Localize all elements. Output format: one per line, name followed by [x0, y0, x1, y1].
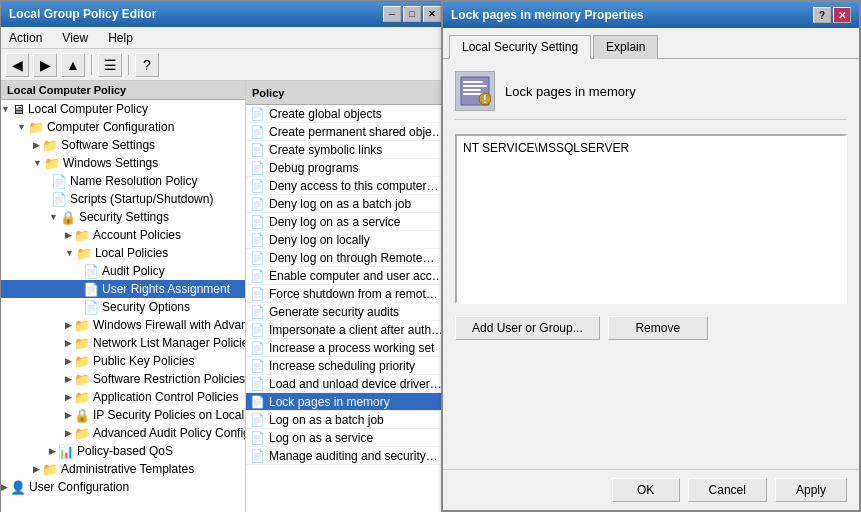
policy-row-increase-working-set[interactable]: 📄 Increase a process working set: [246, 339, 449, 357]
expand-arrow[interactable]: ▼: [1, 104, 10, 114]
tab-local-security[interactable]: Local Security Setting: [449, 35, 591, 59]
minimize-button[interactable]: ─: [383, 6, 401, 22]
policy-row-create-global[interactable]: 📄 Create global objects: [246, 105, 449, 123]
policy-row-force-shutdown[interactable]: 📄 Force shutdown from a remot…: [246, 285, 449, 303]
tree-item-user-rights[interactable]: 📄 User Rights Assignment: [1, 280, 245, 298]
tree-item-security-options[interactable]: 📄 Security Options: [1, 298, 245, 316]
apply-button[interactable]: Apply: [775, 478, 847, 502]
expand-arrow[interactable]: ▶: [65, 428, 72, 438]
tree-label: Advanced Audit Policy Config…: [93, 426, 246, 440]
policy-name: Debug programs: [269, 161, 358, 175]
menu-action[interactable]: Action: [5, 29, 46, 47]
tree-icon: 📁: [74, 354, 90, 369]
cancel-button[interactable]: Cancel: [688, 478, 767, 502]
properties-dialog: Lock pages in memory Properties ? ✕ Loca…: [441, 0, 861, 512]
policy-name: Force shutdown from a remot…: [269, 287, 438, 301]
expand-arrow[interactable]: ▶: [65, 230, 72, 240]
tree-icon: 🖥: [12, 102, 25, 117]
tree-item-scripts[interactable]: 📄 Scripts (Startup/Shutdown): [1, 190, 245, 208]
policy-name: Create permanent shared obje…: [269, 125, 444, 139]
policy-name: Manage auditing and security…: [269, 449, 438, 463]
policy-row-deny-remote[interactable]: 📄 Deny log on through Remote…: [246, 249, 449, 267]
policy-row-enable-computer[interactable]: 📄 Enable computer and user acc…: [246, 267, 449, 285]
policy-icon: 📄: [250, 161, 265, 175]
expand-arrow[interactable]: ▶: [49, 446, 56, 456]
tree-item-audit-policy[interactable]: 📄 Audit Policy: [1, 262, 245, 280]
expand-arrow[interactable]: ▼: [17, 122, 26, 132]
users-box[interactable]: NT SERVICE\MSSQLSERVER: [455, 134, 847, 304]
policy-row-increase-scheduling[interactable]: 📄 Increase scheduling priority: [246, 357, 449, 375]
close-button[interactable]: ✕: [423, 6, 441, 22]
show-hide-button[interactable]: ☰: [98, 53, 122, 77]
help-button[interactable]: ?: [135, 53, 159, 77]
menu-view[interactable]: View: [58, 29, 92, 47]
expand-arrow[interactable]: ▶: [65, 374, 72, 384]
policy-row-load-unload[interactable]: 📄 Load and unload device driver…: [246, 375, 449, 393]
tree-icon: 📊: [58, 444, 74, 459]
expand-arrow[interactable]: ▶: [65, 320, 72, 330]
up-button[interactable]: ▲: [61, 53, 85, 77]
policy-icon: 📄: [250, 215, 265, 229]
tree-item-user-config[interactable]: ▶ 👤 User Configuration: [1, 478, 245, 496]
expand-arrow[interactable]: ▼: [33, 158, 42, 168]
tree-item-local-policies[interactable]: ▼ 📁 Local Policies: [1, 244, 245, 262]
tree-item-name-resolution[interactable]: 📄 Name Resolution Policy: [1, 172, 245, 190]
policy-row-logon-service[interactable]: 📄 Log on as a service: [246, 429, 449, 447]
policy-name: Create symbolic links: [269, 143, 382, 157]
menu-help[interactable]: Help: [104, 29, 137, 47]
tree-item-local-computer-policy[interactable]: ▼ 🖥 Local Computer Policy: [1, 100, 245, 118]
forward-button[interactable]: ▶: [33, 53, 57, 77]
policy-row-manage-auditing[interactable]: 📄 Manage auditing and security…: [246, 447, 449, 465]
expand-arrow[interactable]: ▶: [1, 482, 8, 492]
expand-arrow[interactable]: ▼: [49, 212, 58, 222]
tree-item-software-settings[interactable]: ▶ 📁 Software Settings: [1, 136, 245, 154]
ok-button[interactable]: OK: [612, 478, 680, 502]
policy-row-deny-batch[interactable]: 📄 Deny log on as a batch job: [246, 195, 449, 213]
policy-row-create-perm[interactable]: 📄 Create permanent shared obje…: [246, 123, 449, 141]
policy-row-generate-audits[interactable]: 📄 Generate security audits: [246, 303, 449, 321]
tree-item-computer-config[interactable]: ▼ 📁 Computer Configuration: [1, 118, 245, 136]
tree-label: Application Control Policies: [93, 390, 238, 404]
back-button[interactable]: ◀: [5, 53, 29, 77]
tree-item-firewall[interactable]: ▶ 📁 Windows Firewall with Advan…: [1, 316, 245, 334]
tree-item-admin-templates[interactable]: ▶ 📁 Administrative Templates: [1, 460, 245, 478]
tree-item-account-policies[interactable]: ▶ 📁 Account Policies: [1, 226, 245, 244]
expand-arrow[interactable]: ▶: [65, 356, 72, 366]
policy-name: Create global objects: [269, 107, 382, 121]
add-user-button[interactable]: Add User or Group...: [455, 316, 600, 340]
tree-item-network-list[interactable]: ▶ 📁 Network List Manager Policie…: [1, 334, 245, 352]
tree-item-advanced-audit[interactable]: ▶ 📁 Advanced Audit Policy Config…: [1, 424, 245, 442]
tree-item-app-control[interactable]: ▶ 📁 Application Control Policies: [1, 388, 245, 406]
tree-item-security-settings[interactable]: ▼ 🔒 Security Settings: [1, 208, 245, 226]
policy-row-deny-access[interactable]: 📄 Deny access to this computer…: [246, 177, 449, 195]
policy-row-create-symlinks[interactable]: 📄 Create symbolic links: [246, 141, 449, 159]
dialog-close-button[interactable]: ✕: [833, 7, 851, 23]
tree-label: Security Settings: [79, 210, 169, 224]
policy-row-debug[interactable]: 📄 Debug programs: [246, 159, 449, 177]
policy-icon: 📄: [250, 143, 265, 157]
remove-button[interactable]: Remove: [608, 316, 708, 340]
tree-item-ip-security[interactable]: ▶ 🔒 IP Security Policies on Local C…: [1, 406, 245, 424]
tree-icon: 📄: [51, 174, 67, 189]
policy-row-deny-service[interactable]: 📄 Deny log on as a service: [246, 213, 449, 231]
tab-explain[interactable]: Explain: [593, 35, 658, 59]
tree-item-qos[interactable]: ▶ 📊 Policy-based QoS: [1, 442, 245, 460]
maximize-button[interactable]: □: [403, 6, 421, 22]
policy-row-lock-pages[interactable]: 📄 Lock pages in memory: [246, 393, 449, 411]
expand-arrow[interactable]: ▶: [33, 464, 40, 474]
expand-arrow[interactable]: ▶: [65, 338, 72, 348]
policy-row-deny-local[interactable]: 📄 Deny log on locally: [246, 231, 449, 249]
tree-item-software-restriction[interactable]: ▶ 📁 Software Restriction Policies: [1, 370, 245, 388]
policy-row-impersonate[interactable]: 📄 Impersonate a client after auth…: [246, 321, 449, 339]
expand-arrow[interactable]: ▼: [65, 248, 74, 258]
policy-row-logon-batch[interactable]: 📄 Log on as a batch job: [246, 411, 449, 429]
dialog-help-button[interactable]: ?: [813, 7, 831, 23]
tree-item-windows-settings[interactable]: ▼ 📁 Windows Settings: [1, 154, 245, 172]
expand-arrow[interactable]: ▶: [65, 392, 72, 402]
tree-label: Public Key Policies: [93, 354, 194, 368]
tree-icon: 📁: [76, 246, 92, 261]
expand-arrow[interactable]: ▶: [33, 140, 40, 150]
tree-item-public-key[interactable]: ▶ 📁 Public Key Policies: [1, 352, 245, 370]
expand-arrow[interactable]: ▶: [65, 410, 72, 420]
tree-icon: 📄: [51, 192, 67, 207]
